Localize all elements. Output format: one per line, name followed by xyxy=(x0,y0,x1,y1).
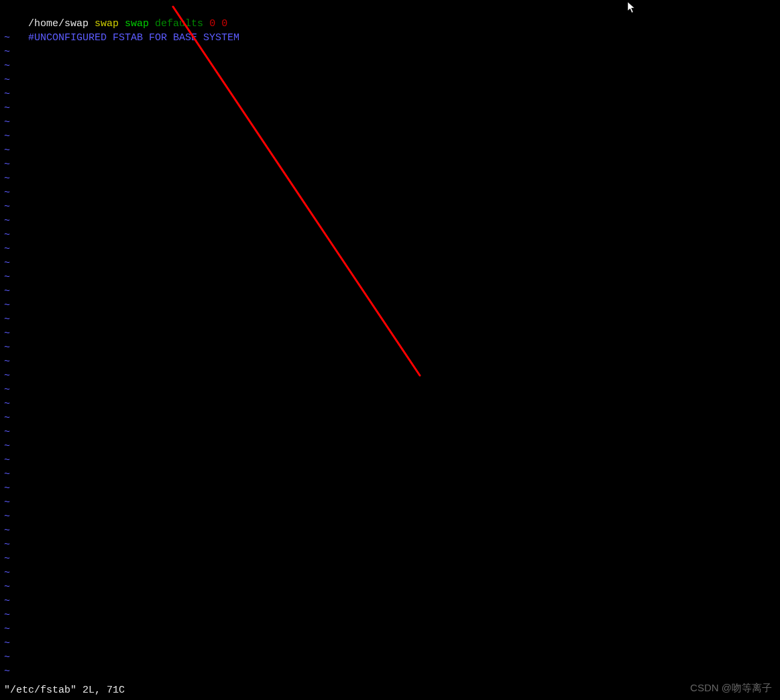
empty-line-tilde: ~ xyxy=(4,608,776,622)
empty-line-tilde: ~ xyxy=(4,200,776,214)
empty-line-tilde: ~ xyxy=(4,327,776,341)
empty-line-tilde: ~ xyxy=(4,355,776,369)
empty-line-tilde: ~ xyxy=(4,312,776,327)
empty-line-tilde: ~ xyxy=(4,411,776,425)
empty-line-tilde: ~ xyxy=(4,495,776,510)
fstab-options: defaults xyxy=(155,18,203,30)
empty-line-tilde: ~ xyxy=(4,369,776,383)
empty-line-tilde: ~ xyxy=(4,87,776,101)
empty-line-tilde: ~ xyxy=(4,101,776,115)
empty-line-tilde: ~ xyxy=(4,566,776,580)
empty-line-tilde: ~ xyxy=(4,59,776,73)
empty-line-tilde: ~ xyxy=(4,467,776,481)
empty-line-tilde: ~ xyxy=(4,298,776,312)
empty-line-tilde: ~ xyxy=(4,439,776,453)
empty-line-tilde: ~ xyxy=(4,622,776,636)
fstab-comment: #UNCONFIGURED FSTAB FOR BASE SYSTEM xyxy=(28,32,239,44)
fstab-path: /home/swap xyxy=(28,18,89,30)
empty-line-tilde: ~ xyxy=(4,256,776,270)
empty-line-tilde: ~ xyxy=(4,397,776,411)
fstab-fstype: swap xyxy=(95,18,119,30)
empty-line-tilde: ~ xyxy=(4,481,776,495)
empty-line-tilde: ~ xyxy=(4,383,776,397)
csdn-watermark: CSDN @吻等离子 xyxy=(690,682,772,695)
fstab-dump: 0 xyxy=(209,18,215,30)
empty-line-tilde: ~ xyxy=(4,650,776,664)
mouse-cursor-icon xyxy=(627,1,636,17)
empty-line-tilde: ~ xyxy=(4,115,776,129)
empty-line-tilde: ~ xyxy=(4,158,776,172)
fstab-mount: swap xyxy=(125,18,149,30)
empty-line-tilde: ~ xyxy=(4,45,776,59)
empty-line-tilde: ~ xyxy=(4,214,776,228)
empty-line-tilde: ~ xyxy=(4,636,776,650)
empty-line-tilde: ~ xyxy=(4,552,776,566)
empty-line-tilde: ~ xyxy=(4,580,776,594)
vim-editor[interactable]: /home/swap swap swap defaults 0 0 #UNCON… xyxy=(0,0,780,700)
fstab-pass: 0 xyxy=(221,18,227,30)
empty-line-tilde: ~ xyxy=(4,425,776,439)
empty-line-tilde: ~ xyxy=(4,129,776,143)
empty-line-tilde: ~ xyxy=(4,664,776,679)
empty-line-tilde: ~ xyxy=(4,186,776,200)
empty-line-tilde: ~ xyxy=(4,143,776,158)
empty-line-tilde: ~ xyxy=(4,284,776,298)
empty-line-tilde: ~ xyxy=(4,453,776,467)
empty-line-tilde: ~ xyxy=(4,228,776,242)
empty-line-tilde: ~ xyxy=(4,341,776,355)
empty-line-tilde: ~ xyxy=(4,73,776,87)
empty-line-tilde: ~ xyxy=(4,242,776,256)
empty-line-tilde: ~ xyxy=(4,270,776,284)
vim-status-bar: "/etc/fstab" 2L, 71C xyxy=(4,683,125,697)
empty-line-tilde: ~ xyxy=(4,524,776,538)
empty-line-tilde: ~ xyxy=(4,510,776,524)
empty-line-tilde: ~ xyxy=(4,594,776,608)
fstab-line-1: /home/swap swap swap defaults 0 0 xyxy=(4,3,776,17)
empty-lines-area: ~~~~~~~~~~~~~~~~~~~~~~~~~~~~~~~~~~~~~~~~… xyxy=(4,31,776,679)
empty-line-tilde: ~ xyxy=(4,538,776,552)
empty-line-tilde: ~ xyxy=(4,172,776,186)
